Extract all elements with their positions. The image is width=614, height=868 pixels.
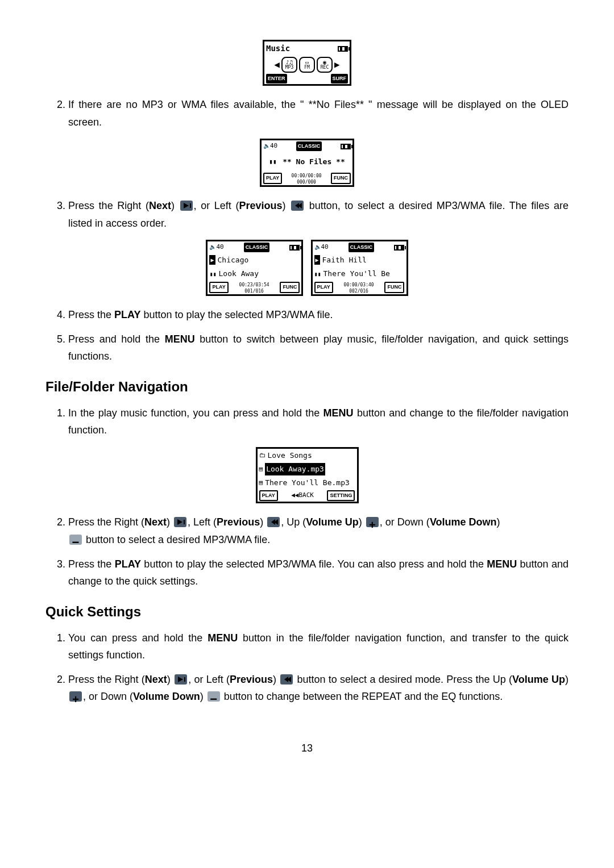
body-text: , or Left ( [194,200,239,211]
body-text: , or Down ( [380,516,430,528]
play-badge: PLAY [209,282,228,293]
volume-up-label: Volume Up [512,674,565,685]
battery-icon [394,245,404,251]
volume-down-icon [208,691,220,702]
play-badge: PLAY [259,490,278,501]
list-item: Press the Right (Next) , or Left (Previo… [68,671,569,706]
no-files-msg: ** No Files ** [283,156,345,168]
time-display: 00:00/03:40 [344,282,374,287]
section-heading-file-folder: File/Folder Navigation [45,375,569,399]
body-text: You can press and hold the [68,632,208,644]
eq-badge: CLASSIC [349,243,375,252]
volume-down-label: Volume Down [133,691,200,702]
figure-no-files: 40 CLASSIC ▮▮ ** No Files ** PLAY 00:00/… [45,139,569,187]
body-text: ) [565,674,569,685]
previous-label: Previous [239,200,282,211]
fm-mode-icon: ▭FM [299,57,315,73]
time-display: 00:23/03:54 [239,282,269,287]
previous-icon [280,674,293,685]
list-item: If there are no MP3 or WMA files availab… [68,96,569,131]
body-text: Press the [68,558,115,570]
folder-icon: 🗀 [259,450,265,461]
previous-label: Previous [217,516,260,528]
body-text: , Left ( [188,516,217,528]
track-count: 000/000 [297,180,316,185]
body-text: ) [497,516,500,528]
speaker-icon [209,243,216,251]
play-label: PLAY [114,309,140,320]
volume-level: 40 [216,243,223,251]
mp3-mode-icon: ♪♫MP3 [281,57,297,73]
body-text: button to play the selected MP3/WMA file… [140,309,333,320]
next-label: Next [149,200,171,211]
list-item: In the play music function, you can pres… [68,404,569,439]
setting-badge: SETTING [327,490,355,501]
list-item: Press the PLAY button to play the select… [68,306,569,324]
folder-line: Love Songs [268,449,312,462]
track-count: 002/016 [349,289,368,294]
volume-down-icon [69,535,82,545]
body-text: , or Down ( [83,691,133,702]
previous-icon [291,201,304,211]
next-label: Next [145,674,167,685]
track-line: There You'll Be [323,268,390,280]
battery-icon [341,144,351,149]
enter-badge: ENTER [266,74,287,84]
body-text: ) [171,200,179,211]
menu-label: MENU [208,632,238,644]
body-text: , or Left ( [188,674,230,685]
body-text: ) [167,674,173,685]
battery-icon [338,46,348,52]
file-line: There You'll Be.mp3 [265,477,350,489]
body-text: Press the Right ( [68,200,149,211]
rec-mode-icon: ◉REC [317,57,333,73]
previous-label: Previous [230,674,273,685]
eq-badge: CLASSIC [244,243,270,252]
list-item: Press the Right (Next) , Left (Previous)… [68,514,569,548]
next-label: Next [144,516,167,528]
body-text: ) [260,516,266,528]
func-badge: FUNC [384,282,404,293]
body-text: In the play music function, you can pres… [68,407,323,419]
body-text: ) [359,516,365,528]
volume-up-icon [69,691,82,702]
body-text: Press the Right ( [68,674,145,685]
volume-up-icon [366,517,379,527]
body-text: ) [273,674,279,685]
surf-badge: SURF [331,74,349,84]
play-label: PLAY [115,558,141,570]
file-icon: ▤ [259,478,263,489]
play-badge: PLAY [263,173,282,183]
track-line: Look Away [219,268,259,280]
speaker-icon [263,142,270,149]
music-title: Music [266,42,290,56]
battery-icon [289,245,300,251]
body-text: button to select a desired MP3/WMA file. [83,534,270,545]
section-heading-quick-settings: Quick Settings [45,600,569,624]
file-line-selected: Look Away.mp3 [265,463,325,475]
figure-file-select: 40 CLASSIC ▶Chicago ▮▮Look Away PLAY 00:… [45,240,569,296]
list-item: Press the PLAY button to play the select… [68,556,569,590]
body-text: button to select a desired mode. Press t… [294,674,512,685]
track-count: 001/016 [244,289,264,294]
next-icon [174,517,186,527]
eq-badge: CLASSIC [296,141,322,151]
body-text: , Up ( [281,516,306,528]
arrow-left-icon: ◀ [274,57,280,72]
list-item: Press the Right (Next) , or Left (Previo… [68,197,569,232]
volume-level: 40 [270,142,277,149]
body-text: Press the [68,309,114,320]
list-item: You can press and hold the MENU button i… [68,629,569,664]
previous-icon [267,517,280,527]
arrow-right-icon: ▶ [334,57,340,72]
body-text: button to change between the REPEAT and … [221,691,503,702]
body-text: ) [167,516,173,528]
figure-music-menu: Music ◀ ♪♫MP3 ▭FM ◉REC ▶ ENTER SURF [45,40,569,86]
artist-line: Faith Hill [322,254,367,266]
body-text: ) [200,691,206,702]
next-icon [175,674,187,685]
menu-label: MENU [487,558,517,570]
func-badge: FUNC [331,173,351,183]
figure-folder-nav: 🗀Love Songs ▤Look Away.mp3 ▤There You'll… [45,447,569,504]
volume-up-label: Volume Up [306,516,359,528]
